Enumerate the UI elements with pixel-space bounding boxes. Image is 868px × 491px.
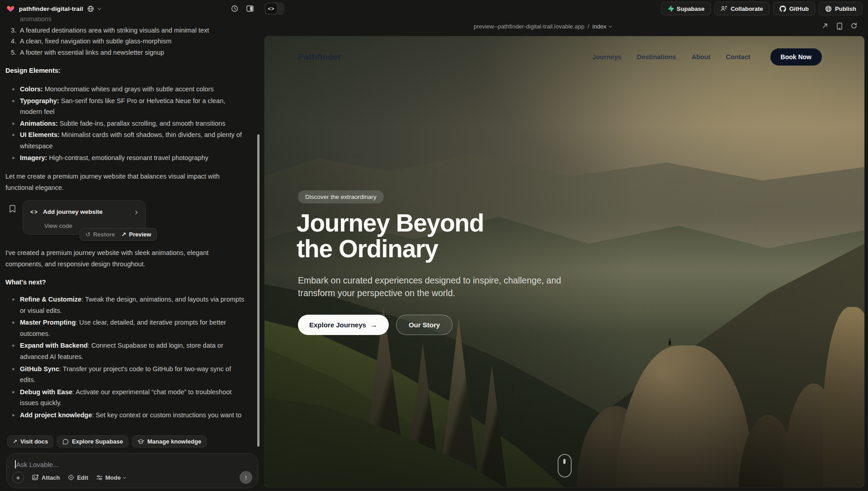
manage-knowledge-label: Manage knowledge — [147, 438, 201, 445]
chevron-down-icon — [123, 475, 126, 478]
refresh-icon[interactable] — [851, 23, 857, 29]
bullet-item: Animations: Subtle fade-ins, parallax sc… — [5, 118, 255, 129]
preview-url-bar: preview--pathfinder-digital-trail.lovabl… — [264, 17, 868, 35]
code-widget-row: <> Add journey website View code ↺ Resto… — [5, 200, 255, 241]
preview-domain: preview--pathfinder-digital-trail.lovabl… — [474, 23, 585, 30]
send-button[interactable]: ↑ — [240, 471, 252, 484]
edit-button[interactable]: Edit — [68, 474, 88, 481]
whats-next-heading: What's next? — [5, 277, 255, 288]
publish-button[interactable]: Publish — [819, 2, 863, 15]
mobile-view-icon[interactable] — [837, 23, 842, 30]
composer-input[interactable]: Ask Lovable... — [16, 461, 59, 468]
bullet-item: Add project knowledge: Set key context o… — [5, 410, 255, 419]
headline-line1: Journey Beyond — [297, 209, 484, 237]
sliders-icon — [96, 475, 103, 481]
bullet-label: Typography: — [20, 97, 59, 104]
list-number: 3. — [5, 25, 20, 36]
chevron-right-icon — [134, 210, 137, 214]
scroll-indicator-icon — [557, 454, 571, 477]
right-arrow-icon: → — [370, 321, 377, 329]
lovable-app: pathfinder-digital-trail <> Supa — [0, 0, 868, 491]
github-label: GitHub — [789, 5, 809, 12]
bullet-dot — [5, 95, 20, 118]
bullet-dot — [5, 294, 20, 316]
chat-clipped-line: animations — [20, 17, 255, 25]
graduation-cap-icon — [137, 439, 144, 444]
chat-bubble-icon — [62, 439, 69, 445]
collaborate-icon — [721, 5, 727, 12]
bullet-text: Monochromatic whites and grays with subt… — [43, 85, 214, 93]
nav-journeys[interactable]: Journeys — [592, 53, 621, 61]
composer[interactable]: Ask Lovable... + Attach — [6, 453, 258, 488]
design-elements-heading: Design Elements: — [5, 65, 255, 76]
design-bullet-list: Colors: Monochromatic whites and grays w… — [5, 84, 255, 163]
code-icon: <> — [30, 207, 38, 218]
restore-button[interactable]: ↺ Restore — [85, 229, 115, 241]
preview-page: index — [592, 23, 606, 30]
visit-docs-label: Visit docs — [20, 438, 48, 445]
bullet-label: Expand with Backend — [20, 342, 88, 349]
supabase-icon — [667, 5, 674, 12]
list-text: A footer with essential links and newsle… — [20, 47, 248, 58]
select-target-icon — [68, 474, 74, 481]
attach-image-icon — [32, 474, 39, 481]
panel-toggle-icon[interactable] — [246, 5, 254, 12]
explore-supabase-button[interactable]: Explore Supabase — [57, 435, 128, 448]
nav-destinations[interactable]: Destinations — [637, 53, 676, 61]
bullet-dot — [5, 317, 20, 339]
bookmark-icon[interactable] — [9, 205, 16, 213]
site-nav: Journeys Destinations About Contact Book… — [592, 48, 822, 66]
bullet-item: Expand with Backend: Connect Supabase to… — [5, 340, 255, 362]
visit-docs-button[interactable]: ↗ Visit docs — [7, 435, 53, 448]
bullet-label: Refine & Customize — [20, 296, 81, 303]
collaborate-button[interactable]: Collaborate — [714, 2, 769, 15]
preview-url[interactable]: preview--pathfinder-digital-trail.lovabl… — [264, 23, 822, 30]
mode-selector[interactable]: Mode — [96, 474, 126, 481]
book-now-button[interactable]: Book Now — [770, 48, 822, 66]
chat-messages: animations 3. A featured destinations ar… — [5, 17, 255, 419]
bullet-item: Master Prompting: Use clear, detailed, a… — [5, 317, 255, 339]
list-number: 5. — [5, 47, 20, 58]
site-logo[interactable]: Pathfinder — [298, 52, 341, 62]
chat-numbered-item: 5. A footer with essential links and new… — [5, 47, 255, 58]
bullet-dot — [5, 84, 20, 95]
project-menu[interactable]: pathfinder-digital-trail — [6, 0, 101, 17]
headline-line2: the Ordinary — [297, 235, 438, 263]
next-steps-list: Refine & Customize: Tweak the design, an… — [5, 294, 255, 419]
chat-paragraph: Let me create a premium journey website … — [5, 171, 238, 193]
code-view-toggle[interactable]: <> — [264, 2, 284, 15]
supabase-label: Supabase — [677, 5, 704, 12]
hero-paragraph: Embark on curated experiences designed t… — [298, 274, 569, 299]
bullet-label: Animations: — [20, 120, 58, 127]
hero-buttons: Explore Journeys → Our Story — [298, 315, 453, 335]
explore-journeys-button[interactable]: Explore Journeys → — [298, 315, 389, 335]
chat-scrollbar[interactable] — [257, 134, 259, 447]
restore-preview-pill: ↺ Restore ↗ Preview — [80, 228, 157, 241]
attach-button[interactable]: Attach — [32, 474, 60, 481]
list-text: A clean, fixed navigation with subtle gl… — [20, 36, 248, 47]
site-header: Pathfinder Journeys Destinations About C… — [298, 48, 822, 66]
bullet-label: Add project knowledge — [20, 411, 92, 419]
bullet-label: Imagery: — [20, 154, 47, 161]
bullet-text: Subtle fade-ins, parallax scrolling, and… — [58, 120, 226, 127]
nav-about[interactable]: About — [692, 53, 711, 61]
preview-button[interactable]: ↗ Preview — [121, 229, 151, 241]
history-icon[interactable] — [231, 5, 238, 12]
add-button[interactable]: + — [12, 472, 24, 483]
bullet-item: GitHub Sync: Transfer your project's cod… — [5, 364, 255, 386]
restore-icon: ↺ — [85, 229, 90, 241]
bullet-item: Debug with Ease: Activate our experiment… — [5, 387, 255, 409]
manage-knowledge-button[interactable]: Manage knowledge — [132, 435, 207, 448]
bullet-item: Refine & Customize: Tweak the design, an… — [5, 294, 255, 316]
site-preview: Pathfinder Journeys Destinations About C… — [264, 36, 864, 487]
project-name: pathfinder-digital-trail — [19, 5, 83, 12]
preview-region: preview--pathfinder-digital-trail.lovabl… — [264, 17, 868, 491]
our-story-button[interactable]: Our Story — [396, 315, 453, 335]
external-arrow-icon: ↗ — [121, 229, 126, 241]
preview-controls — [822, 23, 868, 30]
chevron-down-icon — [609, 24, 612, 27]
supabase-button[interactable]: Supabase — [661, 2, 711, 15]
nav-contact[interactable]: Contact — [726, 53, 750, 61]
github-button[interactable]: GitHub — [773, 2, 815, 15]
open-in-new-icon[interactable] — [822, 23, 828, 29]
